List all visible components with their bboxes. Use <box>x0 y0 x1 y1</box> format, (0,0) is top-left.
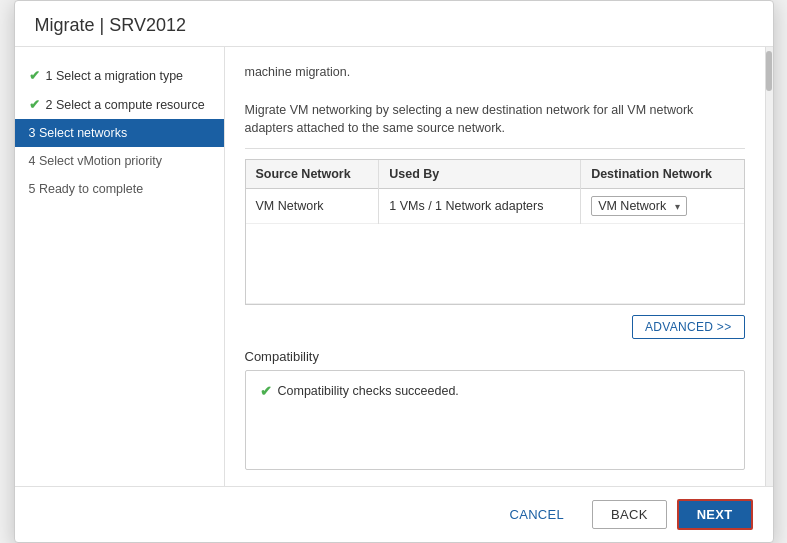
migrate-dialog: Migrate | SRV2012 ✔ 1 Select a migration… <box>14 0 774 543</box>
compatibility-section: Compatibility ✔ Compatibility checks suc… <box>245 349 745 470</box>
main-content: machine migration. Migrate VM networking… <box>225 47 765 486</box>
sidebar-item-step3[interactable]: 3 Select networks <box>15 119 224 147</box>
dialog-title: Migrate | SRV2012 <box>15 1 773 47</box>
destination-network-select[interactable]: VM Network <box>598 199 671 213</box>
next-button[interactable]: NEXT <box>677 499 753 530</box>
col-header-source: Source Network <box>246 160 379 189</box>
destination-network-select-wrapper[interactable]: VM Network ▾ <box>591 196 687 216</box>
compat-success: ✔ Compatibility checks succeeded. <box>260 383 730 399</box>
scrollbar-track[interactable] <box>765 47 773 486</box>
check-icon-step2: ✔ <box>29 97 40 112</box>
dialog-footer: CANCEL BACK NEXT <box>15 486 773 542</box>
check-icon-step1: ✔ <box>29 68 40 83</box>
sidebar-item-step1[interactable]: ✔ 1 Select a migration type <box>15 61 224 90</box>
sidebar: ✔ 1 Select a migration type ✔ 2 Select a… <box>15 47 225 486</box>
table-row: VM Network 1 VMs / 1 Network adapters VM… <box>246 189 744 224</box>
cancel-button[interactable]: CANCEL <box>491 501 582 528</box>
source-network-cell: VM Network <box>246 189 379 224</box>
chevron-down-icon: ▾ <box>675 201 680 212</box>
sidebar-item-step4[interactable]: 4 Select vMotion priority <box>15 147 224 175</box>
scrollbar-thumb[interactable] <box>766 51 772 91</box>
sidebar-item-step2[interactable]: ✔ 2 Select a compute resource <box>15 90 224 119</box>
compat-check-icon: ✔ <box>260 383 272 399</box>
advanced-button[interactable]: ADVANCED >> <box>632 315 744 339</box>
used-by-cell: 1 VMs / 1 Network adapters <box>379 189 581 224</box>
table-spacer-row <box>246 224 744 304</box>
col-header-usedby: Used By <box>379 160 581 189</box>
sidebar-item-label-step1: 1 Select a migration type <box>46 69 184 83</box>
network-table-container: Source Network Used By Destination Netwo… <box>245 159 745 305</box>
destination-network-cell: VM Network ▾ <box>581 189 744 224</box>
back-button[interactable]: BACK <box>592 500 667 529</box>
sidebar-item-step5[interactable]: 5 Ready to complete <box>15 175 224 203</box>
sidebar-item-label-step2: 2 Select a compute resource <box>46 98 205 112</box>
advanced-btn-row: ADVANCED >> <box>245 315 745 339</box>
compat-message: Compatibility checks succeeded. <box>278 384 459 398</box>
sidebar-item-label-step3: 3 Select networks <box>29 126 128 140</box>
compatibility-label: Compatibility <box>245 349 745 364</box>
sidebar-item-label-step5: 5 Ready to complete <box>29 182 144 196</box>
description-text: machine migration. Migrate VM networking… <box>245 63 745 149</box>
col-header-destination: Destination Network <box>581 160 744 189</box>
sidebar-item-label-step4: 4 Select vMotion priority <box>29 154 162 168</box>
network-table: Source Network Used By Destination Netwo… <box>246 160 744 304</box>
compatibility-box: ✔ Compatibility checks succeeded. <box>245 370 745 470</box>
